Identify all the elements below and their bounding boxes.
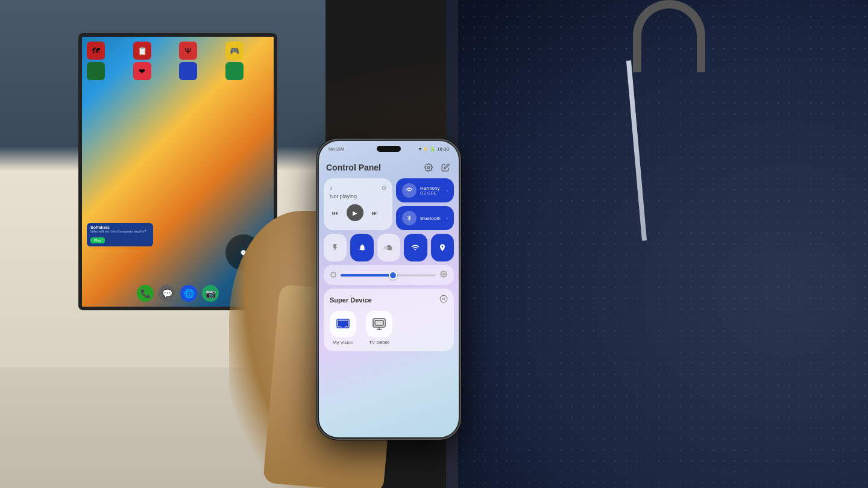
wifi-chevron: ›: [446, 188, 448, 193]
shirt-dots: [458, 0, 868, 488]
phone-holder: No SIM ▾ ⚡ 🔋 16:30 Control Panel: [259, 96, 518, 482]
media-card[interactable]: ♪ ⊙ Not playing ⏮ ▶ ⏭: [324, 178, 392, 230]
sd-device-my-vision[interactable]: My Vision: [330, 311, 356, 345]
brightness-high-icon: [439, 270, 448, 280]
prev-button[interactable]: ⏮: [330, 207, 341, 218]
bluetooth-chevron: ›: [446, 216, 448, 221]
cp-header-icons: [423, 161, 451, 174]
media-menu-icon[interactable]: ⊙: [382, 184, 386, 191]
location-toggle[interactable]: [431, 234, 454, 261]
wifi-card-left: Harmony OS GRE: [402, 183, 439, 198]
tv-desk-icon: [366, 311, 392, 337]
cp-header: Control Panel: [324, 159, 454, 178]
brightness-thumb[interactable]: [389, 271, 397, 280]
media-controls: ⏮ ▶ ⏭: [330, 204, 386, 221]
bluetooth-card[interactable]: Bluetooth ›: [396, 206, 454, 230]
brightness-fill: [341, 274, 393, 277]
tv-desk-label: TV DESK: [369, 340, 389, 345]
sd-header: Super Device: [330, 295, 448, 305]
toggles-row: [324, 234, 454, 261]
settings-icon[interactable]: [423, 161, 435, 174]
play-button[interactable]: ▶: [347, 204, 363, 221]
cp-top-row: ♪ ⊙ Not playing ⏮ ▶ ⏭: [324, 178, 454, 230]
sd-settings-icon[interactable]: [439, 295, 448, 305]
phone-shell: No SIM ▾ ⚡ 🔋 16:30 Control Panel: [316, 139, 461, 440]
wifi-icon-circle: [402, 183, 417, 198]
bell-toggle[interactable]: [350, 234, 373, 261]
wifi-icon: ▾: [419, 146, 421, 152]
network-cards: Harmony OS GRE ›: [396, 178, 454, 230]
not-playing-text: Not playing: [330, 193, 386, 199]
super-device-card[interactable]: Super Device: [324, 289, 454, 351]
headphone-strap: [633, 0, 705, 72]
wifi-card[interactable]: Harmony OS GRE ›: [396, 178, 454, 202]
next-button[interactable]: ⏭: [370, 207, 380, 218]
wifi-label-block: Harmony OS GRE: [420, 186, 439, 195]
my-vision-label: My Vision: [333, 340, 354, 345]
phone-screen: No SIM ▾ ⚡ 🔋 16:30 Control Panel: [319, 141, 459, 437]
flashlight-toggle[interactable]: [324, 234, 347, 261]
brightness-track[interactable]: [341, 274, 436, 277]
vibrate-toggle[interactable]: [377, 234, 400, 261]
sd-title: Super Device: [330, 296, 372, 304]
svg-point-2: [442, 298, 445, 300]
sd-device-tv-desk[interactable]: TV DESK: [366, 311, 392, 345]
svg-point-0: [427, 166, 430, 169]
camera-hole: [377, 146, 401, 152]
bluetooth-label: Bluetooth: [420, 216, 441, 221]
control-panel: Control Panel: [324, 159, 454, 433]
time-display: 16:30: [437, 146, 449, 152]
my-vision-icon: [330, 311, 356, 337]
sd-devices: My Vision TV DESK: [330, 311, 448, 345]
music-note-icon: ♪: [330, 184, 333, 191]
cp-title: Control Panel: [326, 163, 381, 172]
bluetooth-icon-circle: [402, 211, 417, 225]
brightness-low-icon: [330, 271, 337, 280]
battery-icon: 🔋: [430, 146, 436, 152]
signal-toggle[interactable]: [404, 234, 427, 261]
media-card-header: ♪ ⊙: [330, 184, 386, 191]
brightness-row: [324, 265, 454, 285]
shirt-area: [458, 0, 868, 488]
bluetooth-icon: ⚡: [423, 146, 429, 152]
wifi-sublabel: OS GRE: [420, 191, 439, 195]
wifi-label: Harmony: [420, 186, 439, 191]
status-left: No SIM: [329, 146, 345, 152]
edit-icon[interactable]: [439, 161, 451, 174]
bluetooth-card-left: Bluetooth: [402, 211, 441, 225]
svg-rect-5: [375, 321, 383, 325]
status-right: ▾ ⚡ 🔋 16:30: [419, 146, 449, 152]
svg-point-1: [440, 295, 447, 302]
